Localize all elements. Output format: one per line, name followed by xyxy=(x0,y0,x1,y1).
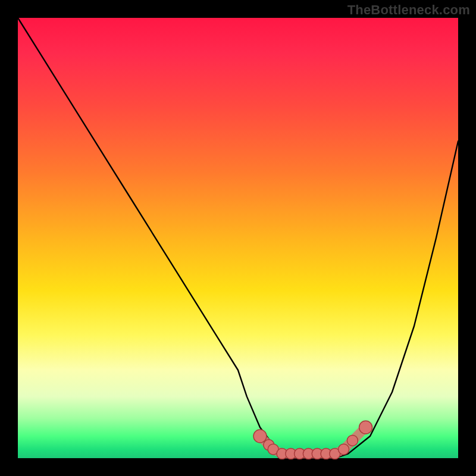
sweet-spot-marker xyxy=(253,430,267,443)
sweet-spot-marker xyxy=(347,435,358,446)
sweet-spot-marker xyxy=(359,421,372,434)
chart-frame: TheBottleneck.com xyxy=(0,0,476,476)
bottleneck-curve xyxy=(18,18,458,458)
sweet-spot-markers xyxy=(253,421,372,459)
watermark-text: TheBottleneck.com xyxy=(347,2,470,18)
chart-overlay-svg xyxy=(18,18,458,458)
sweet-spot-marker xyxy=(339,444,349,455)
